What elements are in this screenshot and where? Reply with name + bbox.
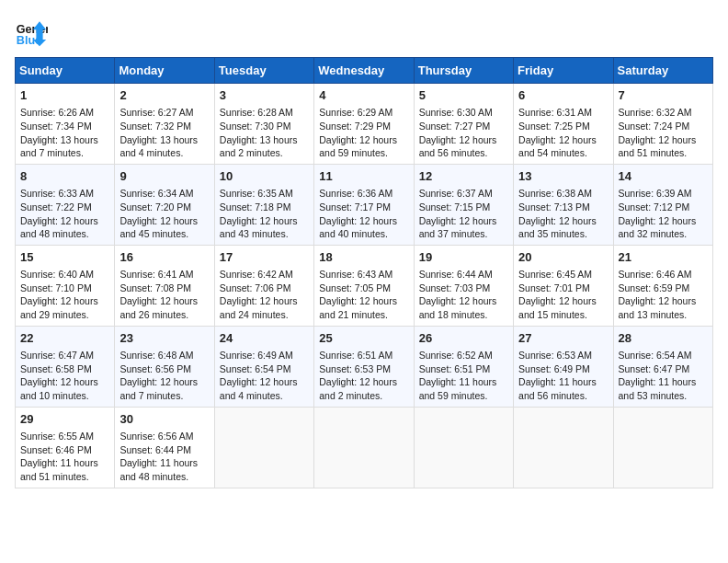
day-number: 29 [20, 411, 109, 428]
calendar-cell: 6Sunrise: 6:31 AM Sunset: 7:25 PM Daylig… [514, 84, 613, 165]
cell-text: Sunrise: 6:40 AM Sunset: 7:10 PM Dayligh… [20, 269, 98, 320]
day-number: 27 [518, 330, 608, 347]
col-header-wednesday: Wednesday [314, 58, 414, 84]
calendar-cell: 25Sunrise: 6:51 AM Sunset: 6:53 PM Dayli… [314, 326, 414, 407]
calendar-cell: 22Sunrise: 6:47 AM Sunset: 6:58 PM Dayli… [16, 326, 115, 407]
cell-text: Sunrise: 6:55 AM Sunset: 6:46 PM Dayligh… [20, 431, 98, 482]
calendar-cell: 24Sunrise: 6:49 AM Sunset: 6:54 PM Dayli… [214, 326, 313, 407]
calendar-cell: 27Sunrise: 6:53 AM Sunset: 6:49 PM Dayli… [514, 326, 613, 407]
calendar-cell: 23Sunrise: 6:48 AM Sunset: 6:56 PM Dayli… [115, 326, 214, 407]
calendar-cell: 15Sunrise: 6:40 AM Sunset: 7:10 PM Dayli… [16, 245, 115, 326]
cell-text: Sunrise: 6:45 AM Sunset: 7:01 PM Dayligh… [518, 269, 597, 320]
page-header: General Blue [15, 15, 713, 48]
cell-text: Sunrise: 6:51 AM Sunset: 6:53 PM Dayligh… [319, 350, 397, 401]
day-number: 15 [20, 249, 109, 266]
day-number: 2 [119, 87, 209, 104]
logo-icon: General Blue [15, 15, 48, 48]
day-number: 16 [119, 249, 209, 266]
cell-text: Sunrise: 6:36 AM Sunset: 7:17 PM Dayligh… [319, 188, 397, 239]
calendar-cell: 9Sunrise: 6:34 AM Sunset: 7:20 PM Daylig… [115, 164, 214, 245]
day-number: 1 [20, 87, 109, 104]
calendar-cell [314, 407, 414, 488]
calendar-cell: 4Sunrise: 6:29 AM Sunset: 7:29 PM Daylig… [314, 84, 414, 165]
calendar-cell [214, 407, 313, 488]
calendar-cell: 18Sunrise: 6:43 AM Sunset: 7:05 PM Dayli… [314, 245, 414, 326]
cell-text: Sunrise: 6:53 AM Sunset: 6:49 PM Dayligh… [518, 350, 597, 401]
calendar-cell: 7Sunrise: 6:32 AM Sunset: 7:24 PM Daylig… [613, 84, 712, 165]
calendar-cell: 13Sunrise: 6:38 AM Sunset: 7:13 PM Dayli… [514, 164, 613, 245]
cell-text: Sunrise: 6:41 AM Sunset: 7:08 PM Dayligh… [119, 269, 198, 320]
day-number: 26 [419, 330, 508, 347]
calendar-cell: 30Sunrise: 6:56 AM Sunset: 6:44 PM Dayli… [115, 407, 214, 488]
day-number: 23 [119, 330, 209, 347]
cell-text: Sunrise: 6:56 AM Sunset: 6:44 PM Dayligh… [119, 431, 198, 482]
cell-text: Sunrise: 6:28 AM Sunset: 7:30 PM Dayligh… [220, 107, 298, 158]
day-number: 20 [518, 249, 608, 266]
calendar-cell: 20Sunrise: 6:45 AM Sunset: 7:01 PM Dayli… [514, 245, 613, 326]
cell-text: Sunrise: 6:52 AM Sunset: 6:51 PM Dayligh… [419, 350, 497, 401]
cell-text: Sunrise: 6:47 AM Sunset: 6:58 PM Dayligh… [20, 350, 98, 401]
day-number: 19 [419, 249, 508, 266]
calendar-cell: 19Sunrise: 6:44 AM Sunset: 7:03 PM Dayli… [414, 245, 513, 326]
calendar-table: SundayMondayTuesdayWednesdayThursdayFrid… [15, 57, 713, 488]
cell-text: Sunrise: 6:39 AM Sunset: 7:12 PM Dayligh… [619, 188, 697, 239]
col-header-thursday: Thursday [414, 58, 513, 84]
cell-text: Sunrise: 6:35 AM Sunset: 7:18 PM Dayligh… [220, 188, 298, 239]
day-number: 5 [419, 87, 508, 104]
col-header-saturday: Saturday [613, 58, 712, 84]
calendar-cell: 14Sunrise: 6:39 AM Sunset: 7:12 PM Dayli… [613, 164, 712, 245]
week-row-5: 29Sunrise: 6:55 AM Sunset: 6:46 PM Dayli… [16, 407, 713, 488]
cell-text: Sunrise: 6:43 AM Sunset: 7:05 PM Dayligh… [319, 269, 397, 320]
day-number: 22 [20, 330, 109, 347]
col-header-friday: Friday [514, 58, 613, 84]
calendar-cell: 21Sunrise: 6:46 AM Sunset: 6:59 PM Dayli… [613, 245, 712, 326]
cell-text: Sunrise: 6:42 AM Sunset: 7:06 PM Dayligh… [220, 269, 298, 320]
logo: General Blue [15, 15, 48, 48]
cell-text: Sunrise: 6:30 AM Sunset: 7:27 PM Dayligh… [419, 107, 497, 158]
col-header-monday: Monday [115, 58, 214, 84]
cell-text: Sunrise: 6:54 AM Sunset: 6:47 PM Dayligh… [619, 350, 697, 401]
day-number: 14 [619, 168, 708, 185]
day-number: 4 [319, 87, 408, 104]
day-number: 30 [119, 411, 209, 428]
day-number: 13 [518, 168, 608, 185]
day-number: 24 [220, 330, 309, 347]
day-number: 10 [220, 168, 309, 185]
cell-text: Sunrise: 6:46 AM Sunset: 6:59 PM Dayligh… [619, 269, 697, 320]
calendar-cell: 5Sunrise: 6:30 AM Sunset: 7:27 PM Daylig… [414, 84, 513, 165]
day-number: 25 [319, 330, 408, 347]
day-number: 3 [220, 87, 309, 104]
day-number: 9 [119, 168, 209, 185]
cell-text: Sunrise: 6:31 AM Sunset: 7:25 PM Dayligh… [518, 107, 597, 158]
day-number: 12 [419, 168, 508, 185]
day-number: 18 [319, 249, 408, 266]
week-row-3: 15Sunrise: 6:40 AM Sunset: 7:10 PM Dayli… [16, 245, 713, 326]
col-header-sunday: Sunday [16, 58, 115, 84]
calendar-cell [414, 407, 513, 488]
calendar-cell [613, 407, 712, 488]
cell-text: Sunrise: 6:48 AM Sunset: 6:56 PM Dayligh… [119, 350, 198, 401]
day-number: 6 [518, 87, 608, 104]
calendar-cell: 8Sunrise: 6:33 AM Sunset: 7:22 PM Daylig… [16, 164, 115, 245]
header-row: SundayMondayTuesdayWednesdayThursdayFrid… [16, 58, 713, 84]
calendar-cell: 11Sunrise: 6:36 AM Sunset: 7:17 PM Dayli… [314, 164, 414, 245]
cell-text: Sunrise: 6:44 AM Sunset: 7:03 PM Dayligh… [419, 269, 497, 320]
calendar-cell: 17Sunrise: 6:42 AM Sunset: 7:06 PM Dayli… [214, 245, 313, 326]
calendar-cell: 12Sunrise: 6:37 AM Sunset: 7:15 PM Dayli… [414, 164, 513, 245]
cell-text: Sunrise: 6:33 AM Sunset: 7:22 PM Dayligh… [20, 188, 98, 239]
calendar-cell [514, 407, 613, 488]
cell-text: Sunrise: 6:34 AM Sunset: 7:20 PM Dayligh… [119, 188, 198, 239]
week-row-1: 1Sunrise: 6:26 AM Sunset: 7:34 PM Daylig… [16, 84, 713, 165]
calendar-cell: 29Sunrise: 6:55 AM Sunset: 6:46 PM Dayli… [16, 407, 115, 488]
calendar-cell: 26Sunrise: 6:52 AM Sunset: 6:51 PM Dayli… [414, 326, 513, 407]
cell-text: Sunrise: 6:38 AM Sunset: 7:13 PM Dayligh… [518, 188, 597, 239]
day-number: 7 [619, 87, 708, 104]
cell-text: Sunrise: 6:27 AM Sunset: 7:32 PM Dayligh… [119, 107, 198, 158]
cell-text: Sunrise: 6:29 AM Sunset: 7:29 PM Dayligh… [319, 107, 397, 158]
week-row-2: 8Sunrise: 6:33 AM Sunset: 7:22 PM Daylig… [16, 164, 713, 245]
cell-text: Sunrise: 6:26 AM Sunset: 7:34 PM Dayligh… [20, 107, 98, 158]
calendar-cell: 2Sunrise: 6:27 AM Sunset: 7:32 PM Daylig… [115, 84, 214, 165]
day-number: 17 [220, 249, 309, 266]
calendar-cell: 3Sunrise: 6:28 AM Sunset: 7:30 PM Daylig… [214, 84, 313, 165]
calendar-cell: 10Sunrise: 6:35 AM Sunset: 7:18 PM Dayli… [214, 164, 313, 245]
